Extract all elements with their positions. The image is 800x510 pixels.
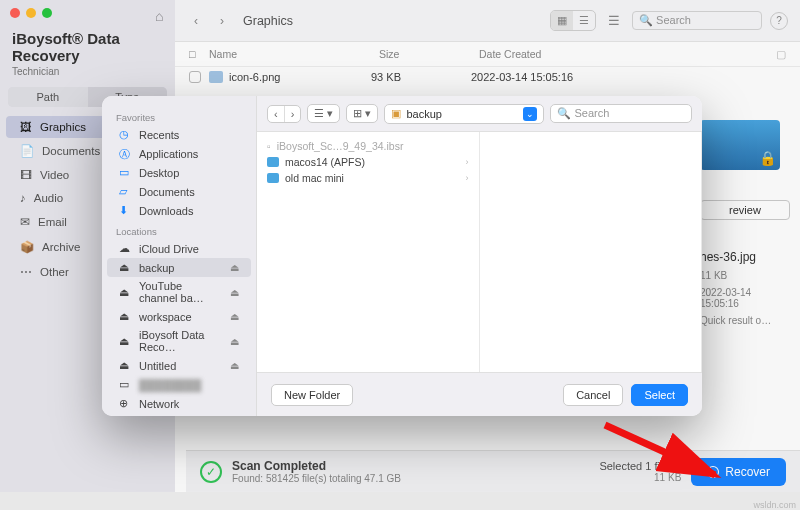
eject-icon[interactable]: ⏏ xyxy=(230,262,239,273)
download-icon: ⬇ xyxy=(119,204,132,217)
sidebar-item-recents[interactable]: ◷Recents xyxy=(107,125,251,144)
drive-icon: ⏏ xyxy=(119,261,132,274)
doc-icon: ▱ xyxy=(119,185,132,198)
globe-icon: ⊕ xyxy=(119,397,132,410)
cloud-icon: ☁ xyxy=(119,242,132,255)
sidebar-item-backup[interactable]: ⏏backup⏏ xyxy=(107,258,251,277)
file-icon: ▫ xyxy=(267,140,271,152)
forward-icon[interactable]: › xyxy=(285,106,301,122)
new-folder-button[interactable]: New Folder xyxy=(271,384,353,406)
dialog-toolbar: ‹› ☰ ▾ ⊞ ▾ ▣ backup ⌄ 🔍 Search xyxy=(257,96,702,132)
sidebar-item-documents[interactable]: ▱Documents xyxy=(107,182,251,201)
chevron-down-icon: ⌄ xyxy=(523,107,537,121)
sidebar-item-downloads[interactable]: ⬇Downloads xyxy=(107,201,251,220)
eject-icon[interactable]: ⏏ xyxy=(230,336,239,347)
clock-icon: ◷ xyxy=(119,128,132,141)
nav-buttons[interactable]: ‹› xyxy=(267,105,301,123)
sidebar-item-icloud[interactable]: ☁iCloud Drive xyxy=(107,239,251,258)
list-item[interactable]: ▫iBoysoft_Sc…9_49_34.ibsr xyxy=(257,138,479,154)
folder-icon xyxy=(267,173,279,183)
columns-icon[interactable]: ☰ ▾ xyxy=(308,105,339,122)
folder-icon: ▣ xyxy=(391,107,401,120)
sidebar-item-workspace[interactable]: ⏏workspace⏏ xyxy=(107,307,251,326)
select-button[interactable]: Select xyxy=(631,384,688,406)
eject-icon[interactable]: ⏏ xyxy=(230,311,239,322)
group-mode[interactable]: ⊞ ▾ xyxy=(346,104,378,123)
dialog-main: ‹› ☰ ▾ ⊞ ▾ ▣ backup ⌄ 🔍 Search ▫iBoysoft… xyxy=(257,96,702,416)
sidebar-item-youtube[interactable]: ⏏YouTube channel ba…⏏ xyxy=(107,277,251,307)
sidebar-item-applications[interactable]: ⒶApplications xyxy=(107,144,251,163)
location-dropdown[interactable]: ▣ backup ⌄ xyxy=(384,104,544,124)
dialog-search-input[interactable]: 🔍 Search xyxy=(550,104,692,123)
list-item[interactable]: old mac mini› xyxy=(257,170,479,186)
screen-icon: ▭ xyxy=(119,378,132,391)
view-mode[interactable]: ☰ ▾ xyxy=(307,104,340,123)
list-item[interactable]: macos14 (APFS)› xyxy=(257,154,479,170)
chevron-right-icon: › xyxy=(466,173,469,183)
drive-icon: ⏏ xyxy=(119,286,132,299)
browser-column xyxy=(480,132,703,372)
save-dialog: Favorites ◷Recents ⒶApplications ▭Deskto… xyxy=(102,96,702,416)
grid-icon[interactable]: ⊞ ▾ xyxy=(347,105,377,122)
sidebar-item-desktop[interactable]: ▭Desktop xyxy=(107,163,251,182)
watermark: wsldn.com xyxy=(753,500,796,510)
drive-icon: ⏏ xyxy=(119,310,132,323)
sidebar-item-blurred[interactable]: ▭████████ xyxy=(107,375,251,394)
browser-column: ▫iBoysoft_Sc…9_49_34.ibsr macos14 (APFS)… xyxy=(257,132,480,372)
desktop-icon: ▭ xyxy=(119,166,132,179)
column-browser: ▫iBoysoft_Sc…9_49_34.ibsr macos14 (APFS)… xyxy=(257,132,702,372)
favorites-heading: Favorites xyxy=(102,106,256,125)
folder-icon xyxy=(267,157,279,167)
dialog-footer: New Folder Cancel Select xyxy=(257,372,702,416)
chevron-right-icon: › xyxy=(466,157,469,167)
back-icon[interactable]: ‹ xyxy=(268,106,285,122)
sidebar-item-iboysoft[interactable]: ⏏iBoysoft Data Reco…⏏ xyxy=(107,326,251,356)
drive-icon: ⏏ xyxy=(119,335,132,348)
sidebar-item-untitled[interactable]: ⏏Untitled⏏ xyxy=(107,356,251,375)
dialog-sidebar: Favorites ◷Recents ⒶApplications ▭Deskto… xyxy=(102,96,257,416)
drive-icon: ⏏ xyxy=(119,359,132,372)
locations-heading: Locations xyxy=(102,220,256,239)
eject-icon[interactable]: ⏏ xyxy=(230,360,239,371)
sidebar-item-network[interactable]: ⊕Network xyxy=(107,394,251,413)
apps-icon: Ⓐ xyxy=(119,147,132,160)
cancel-button[interactable]: Cancel xyxy=(563,384,623,406)
eject-icon[interactable]: ⏏ xyxy=(230,287,239,298)
